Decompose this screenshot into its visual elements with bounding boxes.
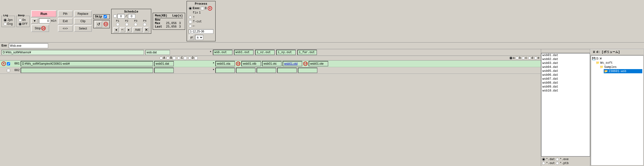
ra-label[interactable]: a [510, 56, 514, 60]
filter-exe-radio[interactable] [556, 158, 559, 161]
tree-ws-soft[interactable]: 📁 Ws_soft [596, 61, 642, 65]
a-checkbox-label[interactable]: A [160, 56, 165, 60]
arrow-up-radio[interactable] [189, 16, 192, 19]
rd-label[interactable]: d [528, 56, 533, 60]
on-radio-label[interactable]: On [19, 19, 28, 22]
b-chk[interactable] [172, 57, 176, 60]
off-radio-label[interactable]: Off [19, 22, 28, 26]
nav-left-btn[interactable]: ◄ [114, 27, 119, 33]
del-button[interactable]: ✕ [144, 27, 149, 33]
row002-ota[interactable] [215, 68, 235, 73]
dat-input[interactable] [145, 50, 170, 55]
a-radio[interactable] [160, 57, 162, 60]
eng-radio-label[interactable]: Eng [4, 22, 13, 26]
row002-otc[interactable] [256, 68, 276, 73]
select-button[interactable]: Select [74, 25, 92, 32]
rc-label[interactable]: c [522, 56, 527, 60]
filter-ptb-radio[interactable] [556, 162, 559, 165]
re-radio[interactable] [534, 57, 537, 60]
d-checkbox-label[interactable]: D [188, 56, 198, 60]
on-radio[interactable] [19, 19, 22, 22]
p4-radio[interactable] [143, 23, 146, 26]
ra-radio[interactable] [510, 57, 512, 60]
file-wsb01[interactable]: wsb01.dat [541, 53, 590, 57]
p3-radio[interactable] [134, 23, 137, 26]
swap-button[interactable]: ⇄ [189, 35, 194, 40]
file-wsb07[interactable]: wsb07.dat [541, 77, 590, 81]
d-chk[interactable] [194, 57, 198, 60]
file-wsb09[interactable]: wsb09.dat [541, 85, 590, 89]
scrollbar-top[interactable] [541, 49, 590, 53]
add-button[interactable]: Add [132, 27, 143, 33]
file-wsb10[interactable]: wsb10.dat [541, 89, 590, 93]
timer-dropdown-btn[interactable]: ▼ [31, 18, 38, 24]
p2-radio[interactable] [125, 23, 128, 26]
row001-otc[interactable] [262, 61, 282, 66]
row001-path[interactable] [20, 61, 153, 66]
rd-radio[interactable] [528, 57, 531, 60]
row002-otb[interactable] [236, 68, 256, 73]
badge-11: 11 [104, 22, 108, 26]
schedule-checkbox[interactable] [114, 15, 116, 18]
tree-d-drive[interactable]: 💾 D:¥ [592, 57, 642, 61]
c-chk[interactable] [184, 57, 187, 60]
sched-val2[interactable] [128, 14, 135, 19]
re-label[interactable]: e [534, 56, 540, 60]
row001-otb[interactable] [241, 61, 261, 66]
p1-radio[interactable] [116, 23, 119, 26]
b-checkbox[interactable] [201, 7, 204, 10]
rb-radio[interactable] [516, 57, 518, 60]
exec-radio[interactable] [189, 7, 192, 10]
arrow-eq-button[interactable]: <=> [58, 25, 73, 32]
tree-samples[interactable]: 📁 Samples [600, 65, 642, 69]
row001-ote[interactable] [308, 61, 328, 66]
interval-input[interactable] [189, 29, 213, 34]
exe-input[interactable] [9, 43, 48, 48]
d-radio[interactable] [188, 57, 191, 60]
row001-checkbox[interactable] [7, 62, 10, 65]
sched-val1[interactable] [117, 14, 125, 19]
c-checkbox-label[interactable]: C [177, 56, 186, 60]
c-radio[interactable] [177, 57, 180, 60]
tree-230601-wsb[interactable]: 📂 230601-wsb [604, 69, 642, 73]
eng-radio[interactable] [4, 23, 7, 26]
b-radio2[interactable] [166, 57, 170, 60]
file-wsb06[interactable]: wsb06.dat [541, 73, 590, 77]
jpn-radio-label[interactable]: Jpn [4, 19, 13, 22]
row002-path[interactable] [20, 68, 153, 73]
b-checkbox-label[interactable]: B [166, 56, 176, 60]
exit-button[interactable]: Exit [58, 18, 73, 24]
rb-label[interactable]: b [516, 56, 521, 60]
clip-button[interactable]: Clip [74, 18, 92, 24]
skip-checkbox[interactable] [104, 15, 107, 18]
timer-input[interactable] [39, 19, 50, 23]
file-wsb08[interactable]: wsb08.dat [541, 81, 590, 85]
path-input[interactable] [2, 50, 144, 55]
filter-dat-radio[interactable] [542, 158, 545, 161]
nav-mid-btn[interactable]: ↵ᵢ [120, 27, 125, 33]
file-wsb04[interactable]: wsb04.dat [541, 65, 590, 69]
row001-otd[interactable] [282, 61, 302, 66]
filter-out-radio[interactable] [542, 162, 545, 165]
nav-right-btn[interactable]: ► [126, 27, 132, 33]
replace-button[interactable]: Replace [74, 11, 92, 17]
row002-dat[interactable] [154, 68, 174, 73]
row001-dat[interactable] [154, 61, 174, 66]
row002-checkbox[interactable] [7, 69, 10, 72]
tcut-checkbox[interactable] [189, 20, 192, 23]
file-wsb03[interactable]: wsb03.dat [541, 61, 590, 65]
row002-otd[interactable] [277, 68, 297, 73]
row001-ota[interactable] [215, 61, 235, 66]
arrow-left-radio[interactable] [189, 25, 192, 28]
file-wsb05[interactable]: wsb05.dat [541, 69, 590, 73]
file-wsb02[interactable]: wsb02.dat [541, 57, 590, 61]
rc-radio[interactable] [522, 57, 525, 60]
pth-button[interactable]: Pth [58, 11, 73, 17]
jpn-radio[interactable] [4, 19, 7, 22]
stop-button[interactable]: Stop10 [31, 25, 49, 32]
run-button[interactable]: Run [31, 10, 56, 17]
dropdown-a[interactable]: a [195, 35, 203, 40]
row002-ote[interactable] [298, 68, 318, 73]
off-radio[interactable] [19, 23, 22, 26]
refresh-button[interactable]: ↺ [95, 21, 102, 28]
